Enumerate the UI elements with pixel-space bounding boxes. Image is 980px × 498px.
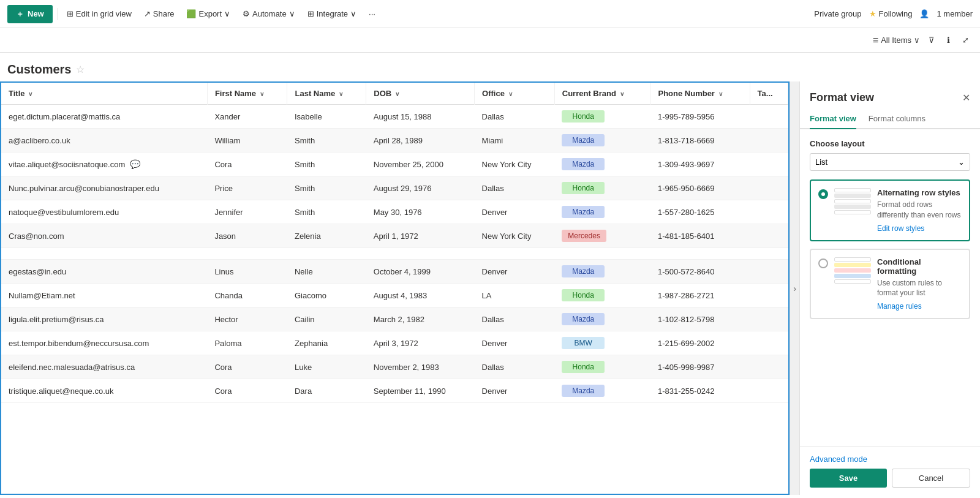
table-row[interactable]: est.tempor.bibendum@neccursusa.comPaloma… [1, 331, 788, 355]
save-button[interactable]: Save [810, 469, 887, 488]
cell-office: Denver [475, 260, 555, 284]
tab-format-columns[interactable]: Format columns [869, 109, 925, 129]
following-label: Following [879, 9, 913, 18]
integrate-button[interactable]: ⊞ Integrate ∨ [304, 7, 360, 21]
filter-icon: ⊽ [929, 36, 935, 45]
info-button[interactable]: ℹ [943, 33, 954, 47]
cell-phone: 1-500-572-8640 [650, 260, 750, 284]
table-body: eget.dictum.placerat@mattis.caXanderIsab… [1, 105, 788, 403]
cell-extra [750, 379, 788, 403]
preview-row-5 [834, 210, 871, 214]
table-row[interactable] [1, 248, 788, 260]
preview-row-1 [834, 188, 871, 192]
table-row[interactable]: ligula.elit.pretium@risus.caHectorCailin… [1, 307, 788, 331]
table-row[interactable]: Nullam@Etiam.netChandaGiacomoAugust 4, 1… [1, 284, 788, 307]
cell-title [1, 248, 207, 260]
automate-chevron: ∨ [289, 9, 295, 18]
cell-extra [750, 200, 788, 224]
cell-firstname: Paloma [207, 331, 287, 355]
new-button[interactable]: ＋ New [7, 5, 53, 23]
cell-office: New York City [475, 224, 555, 248]
customers-table: Title ∨ First Name ∨ Last Name ∨ DOB ∨ O… [1, 83, 788, 403]
cell-extra [750, 224, 788, 248]
cond-row-2 [834, 263, 871, 267]
col-firstname[interactable]: First Name ∨ [207, 83, 287, 105]
col-title[interactable]: Title ∨ [1, 83, 207, 105]
col-office[interactable]: Office ∨ [475, 83, 555, 105]
cond-row-4 [834, 274, 871, 278]
cell-office: Dallas [475, 355, 555, 379]
table-row[interactable]: eget.dictum.placerat@mattis.caXanderIsab… [1, 105, 788, 129]
panel-footer: Advanced mode Save Cancel [800, 447, 980, 495]
brand-badge: BMW [562, 337, 605, 349]
col-phone[interactable]: Phone Number ∨ [650, 83, 750, 105]
alternating-rows-card[interactable]: Alternating row styles Format odd rows d… [810, 179, 970, 241]
cell-brand: Mazda [554, 200, 650, 224]
conditional-formatting-card[interactable]: Conditional formatting Use custom rules … [810, 249, 970, 320]
tab-format-view[interactable]: Format view [810, 109, 856, 129]
cell-extra [750, 176, 788, 200]
layout-value: List [815, 157, 827, 167]
edit-row-styles-link[interactable]: Edit row styles [877, 224, 962, 233]
cell-firstname: William [207, 129, 287, 153]
conditional-content: Conditional formatting Use custom rules … [877, 257, 962, 311]
col-lastname[interactable]: Last Name ∨ [287, 83, 366, 105]
cell-lastname: Zephania [287, 331, 366, 355]
more-label: ··· [369, 9, 375, 18]
alternating-radio [818, 189, 828, 199]
cell-lastname: Smith [287, 129, 366, 153]
cell-office: LA [475, 284, 555, 307]
edit-grid-button[interactable]: ⊞ Edit in grid view [63, 7, 135, 21]
cell-phone: 1-557-280-1625 [650, 200, 750, 224]
cell-brand: Mazda [554, 153, 650, 176]
header-row: Title ∨ First Name ∨ Last Name ∨ DOB ∨ O… [1, 83, 788, 105]
cell-brand: Mazda [554, 260, 650, 284]
member-icon: 👤 [919, 9, 929, 18]
col-brand[interactable]: Current Brand ∨ [554, 83, 650, 105]
cell-lastname: Isabelle [287, 105, 366, 129]
table-row[interactable]: Cras@non.comJasonZeleniaApril 1, 1972New… [1, 224, 788, 248]
automate-button[interactable]: ⚙ Automate ∨ [239, 7, 299, 21]
export-button[interactable]: 🟩 Export ∨ [183, 7, 234, 21]
brand-badge: Mazda [562, 385, 605, 397]
filter-button[interactable]: ⊽ [925, 33, 938, 47]
choose-layout-label: Choose layout [810, 139, 970, 148]
table-row[interactable]: tristique.aliquet@neque.co.ukCoraDaraSep… [1, 379, 788, 403]
col-dob[interactable]: DOB ∨ [366, 83, 475, 105]
cell-phone [650, 248, 750, 260]
table-row[interactable]: vitae.aliquet@sociisnatoque.com 💬CoraSmi… [1, 153, 788, 176]
table-row[interactable]: egestas@in.eduLinusNelleOctober 4, 1999D… [1, 260, 788, 284]
alternating-content: Alternating row styles Format odd rows d… [877, 188, 962, 233]
advanced-mode-link[interactable]: Advanced mode [810, 455, 970, 464]
comment-icon[interactable]: 💬 [127, 159, 140, 169]
main-layout: Title ∨ First Name ∨ Last Name ∨ DOB ∨ O… [0, 81, 980, 495]
table-header: Title ∨ First Name ∨ Last Name ∨ DOB ∨ O… [1, 83, 788, 105]
fullscreen-button[interactable]: ⤢ [959, 33, 973, 47]
more-button[interactable]: ··· [365, 7, 379, 21]
cell-title: eget.dictum.placerat@mattis.ca [1, 105, 207, 129]
all-items-button[interactable]: ≡ All Items ∨ [873, 35, 920, 46]
cell-extra [750, 307, 788, 331]
grid-icon: ⊞ [67, 9, 74, 18]
col-ta[interactable]: Ta... [750, 83, 788, 105]
table-row[interactable]: natoque@vestibulumlorem.eduJenniferSmith… [1, 200, 788, 224]
layout-dropdown[interactable]: List ⌄ [810, 153, 970, 171]
alternating-desc: Format odd rows differently than even ro… [877, 200, 962, 221]
preview-row-3 [834, 199, 871, 203]
automate-label: Automate [252, 9, 287, 18]
panel-collapse-handle[interactable]: › [790, 81, 799, 495]
table-row[interactable]: eleifend.nec.malesuada@atrisus.caCoraLuk… [1, 355, 788, 379]
table-row[interactable]: a@aclibero.co.ukWilliamSmithApril 28, 19… [1, 129, 788, 153]
fullscreen-icon: ⤢ [962, 36, 969, 45]
cell-lastname: Giacomo [287, 284, 366, 307]
following-btn[interactable]: ★ Following [869, 9, 913, 18]
cancel-button[interactable]: Cancel [892, 469, 970, 488]
cell-title: eleifend.nec.malesuada@atrisus.ca [1, 355, 207, 379]
favorite-star-icon[interactable]: ☆ [76, 64, 85, 75]
table-row[interactable]: Nunc.pulvinar.arcu@conubianostraper.eduP… [1, 176, 788, 200]
manage-rules-link[interactable]: Manage rules [877, 302, 962, 311]
sort-icon-phone: ∨ [718, 91, 723, 97]
panel-close-button[interactable]: ✕ [962, 92, 970, 104]
collapse-chevron-icon: › [793, 284, 796, 293]
share-button[interactable]: ↗ Share [140, 7, 178, 21]
